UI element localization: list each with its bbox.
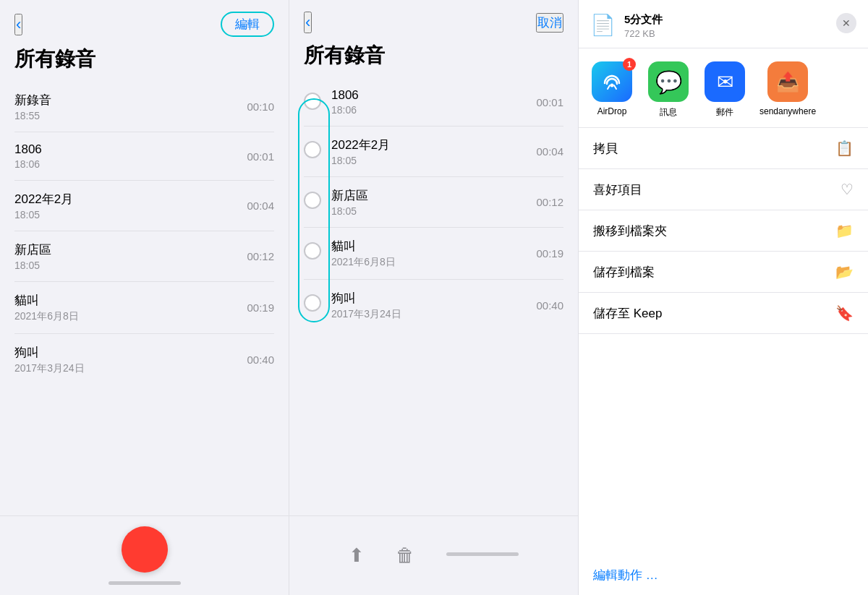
item-name: 貓叫 [331,238,526,254]
badge-airdrop: 1 [623,58,636,71]
item-name: 2022年2月 [14,191,73,207]
right-panel: 📄 5分文件 722 KB ✕ 1 AirDrop 💬 訊息 [579,0,868,595]
file-info: 5分文件 722 KB [624,13,663,39]
action-搬移到檔案夾[interactable]: 搬移到檔案夾 📁 [579,210,868,252]
item-duration: 00:01 [536,96,563,108]
middle-cancel-button[interactable]: 取消 [536,13,563,33]
action-label: 儲存到檔案 [593,264,655,281]
left-list-item[interactable]: 新錄音 18:55 00:10 [14,82,274,132]
left-title: 所有錄音 [0,43,289,82]
delete-button[interactable]: 🗑 [396,544,414,567]
svg-point-0 [610,84,614,87]
action-拷貝[interactable]: 拷貝 📋 [579,128,868,169]
file-icon: 📄 [590,13,616,37]
middle-list-item[interactable]: 2022年2月 18:05 00:04 [304,127,563,177]
action-label: 拷貝 [593,140,618,157]
item-info: 新店區 18:05 [331,187,526,217]
middle-recordings-list: 1806 18:06 00:01 2022年2月 18:05 00:04 新店區… [289,78,578,515]
action-icon: ♡ [841,181,854,198]
item-name: 1806 [331,88,526,103]
item-date: 18:06 [14,158,42,170]
item-info: 1806 18:06 [331,88,526,116]
middle-panel: ‹ 取消 所有錄音 1806 18:06 00:01 2022年2月 18:05… [289,0,579,595]
item-name: 狗叫 [14,344,85,361]
file-size: 722 KB [624,28,663,39]
middle-home-indicator [446,549,519,562]
item-date: 18:05 [331,205,526,217]
file-title: 5分文件 [624,13,663,27]
item-name: 狗叫 [331,290,526,307]
left-list-item[interactable]: 貓叫 2021年6月8日 00:19 [14,282,274,334]
share-apps-row: 1 AirDrop 💬 訊息 ✉ 郵件 📤 sendanywhere [579,48,868,128]
action-label: 儲存至 Keep [593,305,662,322]
action-儲存到檔案[interactable]: 儲存到檔案 📂 [579,252,868,293]
item-date: 2021年6月8日 [14,310,79,323]
left-edit-button[interactable]: 編輯 [221,12,274,37]
item-date: 2021年6月8日 [331,256,526,269]
record-button[interactable] [122,526,168,573]
item-duration: 00:12 [536,196,563,208]
item-duration: 00:12 [247,250,274,262]
action-喜好項目[interactable]: 喜好項目 ♡ [579,169,868,210]
action-icon: 📂 [835,263,854,281]
middle-list-item[interactable]: 新店區 18:05 00:12 [304,177,563,228]
edit-actions-link[interactable]: 編輯動作 … [579,555,868,595]
item-info: 新錄音 18:55 [14,92,51,121]
item-date: 18:55 [14,110,51,121]
left-list-item[interactable]: 1806 18:06 00:01 [14,132,274,181]
item-checkbox[interactable] [304,141,321,158]
left-header: ‹ 編輯 [0,0,289,43]
share-app-messages[interactable]: 💬 訊息 [647,61,690,119]
middle-title: 所有錄音 [289,39,578,78]
item-duration: 00:10 [247,100,274,113]
action-icon: 📁 [835,222,854,239]
item-duration: 00:04 [536,145,563,158]
item-info: 貓叫 2021年6月8日 [14,292,79,323]
left-list-item[interactable]: 2022年2月 18:05 00:04 [14,181,274,231]
item-info: 2022年2月 18:05 [14,191,73,221]
middle-back-button[interactable]: ‹ [304,12,312,33]
middle-footer: ⬆ 🗑 [289,515,578,595]
left-list-item[interactable]: 狗叫 2017年3月24日 00:40 [14,334,274,385]
middle-list-item[interactable]: 狗叫 2017年3月24日 00:40 [304,280,563,331]
middle-list-item[interactable]: 1806 18:06 00:01 [304,78,563,127]
action-label: 喜好項目 [593,181,642,198]
middle-header: ‹ 取消 [289,0,578,39]
item-date: 18:05 [14,260,51,271]
item-name: 2022年2月 [331,137,526,153]
action-儲存至 Keep[interactable]: 儲存至 Keep 🔖 [579,293,868,334]
share-header: 📄 5分文件 722 KB ✕ [579,0,868,48]
airdrop-label: AirDrop [597,106,627,116]
share-app-sendanywhere[interactable]: 📤 sendanywhere [760,61,816,116]
item-name: 新店區 [14,241,51,258]
item-duration: 00:19 [536,247,563,260]
item-checkbox[interactable] [304,93,321,110]
item-name: 新錄音 [14,92,51,108]
item-info: 狗叫 2017年3月24日 [14,344,85,375]
action-icon: 📋 [835,140,854,157]
left-back-button[interactable]: ‹ [14,14,22,35]
share-app-mail[interactable]: ✉ 郵件 [703,61,746,119]
item-info: 2022年2月 18:05 [331,137,526,166]
sendanywhere-icon: 📤 [767,61,808,102]
mail-icon: ✉ [705,61,745,102]
share-actions: 拷貝 📋 喜好項目 ♡ 搬移到檔案夾 📁 儲存到檔案 📂 儲存至 Keep 🔖 [579,128,868,555]
action-icon: 🔖 [835,304,854,322]
sendanywhere-label: sendanywhere [760,106,816,116]
item-checkbox[interactable] [304,294,321,312]
item-duration: 00:01 [247,150,274,163]
left-list-item[interactable]: 新店區 18:05 00:12 [14,231,274,282]
share-button[interactable]: ⬆ [349,544,365,567]
item-checkbox[interactable] [304,242,321,260]
close-button[interactable]: ✕ [836,13,856,33]
item-date: 2017年3月24日 [331,308,526,321]
airdrop-icon: 1 [592,61,632,102]
mail-label: 郵件 [716,106,733,119]
item-checkbox[interactable] [304,192,321,209]
left-footer [0,515,289,595]
share-app-airdrop[interactable]: 1 AirDrop [590,61,634,116]
item-date: 2017年3月24日 [14,362,85,375]
item-name: 新店區 [331,187,526,204]
middle-list-item[interactable]: 貓叫 2021年6月8日 00:19 [304,228,563,280]
left-recordings-list: 新錄音 18:55 00:10 1806 18:06 00:01 2022年2月… [0,82,289,515]
